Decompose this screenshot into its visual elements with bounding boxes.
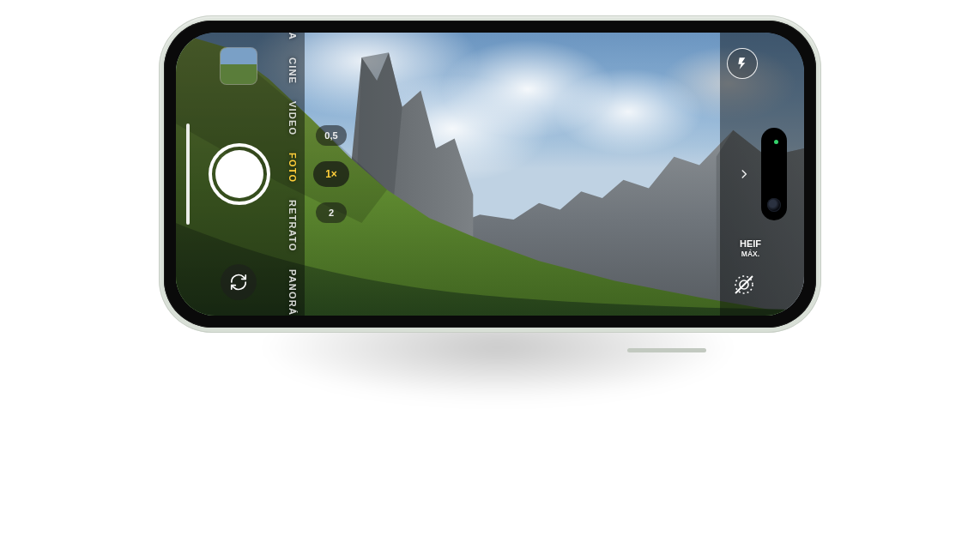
live-photo-off-icon bbox=[732, 273, 756, 297]
camera-overlay: LENTA CINE VIDEO FOTO RETRATO PANORÁMICA… bbox=[176, 33, 804, 316]
flash-toggle[interactable] bbox=[727, 48, 758, 79]
switch-camera-icon bbox=[229, 273, 248, 292]
mode-slow[interactable]: LENTA bbox=[287, 33, 298, 40]
svg-line-2 bbox=[735, 276, 753, 293]
screen: LENTA CINE VIDEO FOTO RETRATO PANORÁMICA… bbox=[176, 33, 804, 316]
mode-pano[interactable]: PANORÁMICA bbox=[287, 269, 298, 316]
switch-camera-button[interactable] bbox=[221, 264, 257, 300]
live-photo-toggle[interactable] bbox=[729, 269, 759, 300]
expand-controls-button[interactable] bbox=[735, 166, 753, 183]
bezel: LENTA CINE VIDEO FOTO RETRATO PANORÁMICA… bbox=[164, 21, 816, 328]
shutter-button[interactable] bbox=[209, 143, 270, 205]
zoom-ultrawide[interactable]: 0,5 bbox=[316, 125, 347, 146]
chevron-right-icon bbox=[738, 168, 750, 180]
zoom-1x[interactable]: 1× bbox=[313, 161, 349, 187]
zoom-2x[interactable]: 2 bbox=[316, 202, 347, 223]
flash-icon bbox=[735, 57, 749, 70]
phone-frame: LENTA CINE VIDEO FOTO RETRATO PANORÁMICA… bbox=[159, 15, 821, 333]
mode-selector[interactable]: LENTA CINE VIDEO FOTO RETRATO PANORÁMICA bbox=[281, 33, 305, 316]
mode-photo[interactable]: FOTO bbox=[287, 153, 298, 183]
shutter-inner bbox=[215, 150, 263, 198]
mode-cine[interactable]: CINE bbox=[287, 57, 298, 84]
zoom-selector[interactable]: 0,5 1× 2 bbox=[313, 125, 349, 223]
format-toggle[interactable]: HEIF MÁX. bbox=[740, 238, 761, 259]
format-top: HEIF bbox=[740, 238, 761, 249]
format-bottom: MÁX. bbox=[740, 249, 761, 259]
mode-portrait[interactable]: RETRATO bbox=[287, 200, 298, 252]
home-indicator bbox=[186, 123, 190, 225]
side-button bbox=[627, 348, 706, 352]
gallery-thumbnail[interactable] bbox=[221, 48, 257, 84]
mode-video[interactable]: VIDEO bbox=[287, 101, 298, 135]
